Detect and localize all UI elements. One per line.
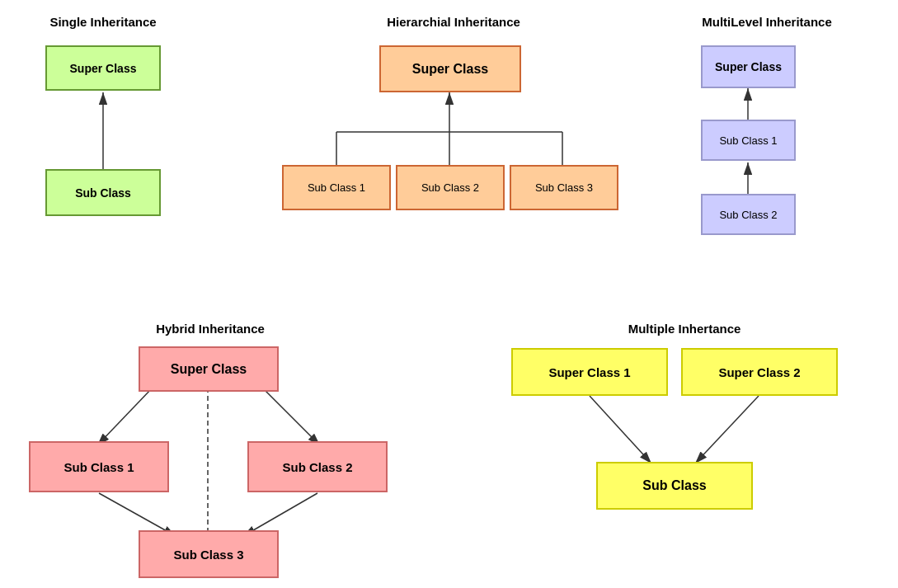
- single-title: Single Inheritance: [25, 15, 181, 29]
- hybrid-title: Hybrid Inheritance: [99, 322, 322, 336]
- svg-line-10: [262, 388, 320, 445]
- hierarchical-sub-class-1: Sub Class 1: [282, 165, 391, 210]
- hierarchical-title: Hierarchial Inheritance: [280, 15, 627, 29]
- multilevel-title: MultiLevel Inheritance: [656, 15, 878, 29]
- svg-line-9: [97, 388, 153, 445]
- single-sub-class: Sub Class: [45, 169, 161, 216]
- diagram-container: Single Inheritance Super Class Sub Class…: [0, 0, 898, 588]
- hierarchical-super-class: Super Class: [379, 45, 521, 92]
- hybrid-sub-class-1: Sub Class 1: [29, 441, 169, 492]
- multiple-super-class-2: Super Class 2: [681, 348, 838, 396]
- hybrid-super-class: Super Class: [139, 346, 279, 392]
- multiple-super-class-1: Super Class 1: [511, 348, 668, 396]
- multilevel-super-class: Super Class: [701, 45, 796, 88]
- hybrid-sub-class-3: Sub Class 3: [139, 530, 279, 578]
- multilevel-sub-class-2: Sub Class 2: [701, 194, 796, 235]
- svg-line-15: [590, 396, 651, 463]
- hierarchical-sub-class-3: Sub Class 3: [510, 165, 618, 210]
- hybrid-sub-class-2: Sub Class 2: [247, 441, 388, 492]
- multiple-title: Multiple Inhertance: [511, 322, 858, 336]
- single-super-class: Super Class: [45, 45, 161, 91]
- multiple-sub-class: Sub Class: [596, 462, 753, 510]
- svg-line-16: [695, 396, 759, 463]
- multilevel-sub-class-1: Sub Class 1: [701, 120, 796, 161]
- hierarchical-sub-class-2: Sub Class 2: [396, 165, 505, 210]
